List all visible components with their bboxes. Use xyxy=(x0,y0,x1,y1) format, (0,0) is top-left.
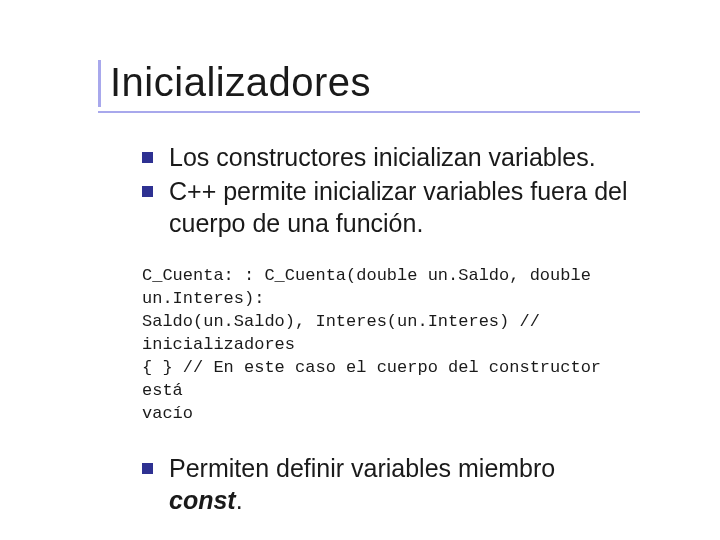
bullet-text-part: Permiten definir variables miembro xyxy=(169,454,555,482)
accent-vertical xyxy=(98,60,101,107)
slide: Inicializadores Los constructores inicia… xyxy=(0,0,720,540)
keyword-const: const xyxy=(169,486,236,514)
square-bullet-icon xyxy=(142,463,153,474)
slide-title: Inicializadores xyxy=(110,60,670,113)
bullet-text: Los constructores inicializan variables. xyxy=(169,141,596,173)
code-line: Saldo(un.Saldo), Interes(un.Interes) // … xyxy=(142,312,550,354)
body-upper: Los constructores inicializan variables.… xyxy=(50,141,670,426)
code-block: C_Cuenta: : C_Cuenta(double un.Saldo, do… xyxy=(142,265,630,426)
bullet-text-tail: . xyxy=(236,486,243,514)
list-item: Los constructores inicializan variables. xyxy=(142,141,630,173)
code-line: C_Cuenta: : C_Cuenta(double un.Saldo, do… xyxy=(142,266,601,308)
code-line: { } // En este caso el cuerpo del constr… xyxy=(142,358,611,400)
square-bullet-icon xyxy=(142,152,153,163)
accent-underline xyxy=(98,111,640,113)
body-lower: Permiten definir variables miembro const… xyxy=(50,452,670,516)
bullet-text: C++ permite inicializar variables fuera … xyxy=(169,175,630,239)
square-bullet-icon xyxy=(142,186,153,197)
list-item: Permiten definir variables miembro const… xyxy=(142,452,630,516)
list-item: C++ permite inicializar variables fuera … xyxy=(142,175,630,239)
title-block: Inicializadores xyxy=(50,60,670,113)
code-line: vacío xyxy=(142,404,193,423)
bullet-text: Permiten definir variables miembro const… xyxy=(169,452,630,516)
